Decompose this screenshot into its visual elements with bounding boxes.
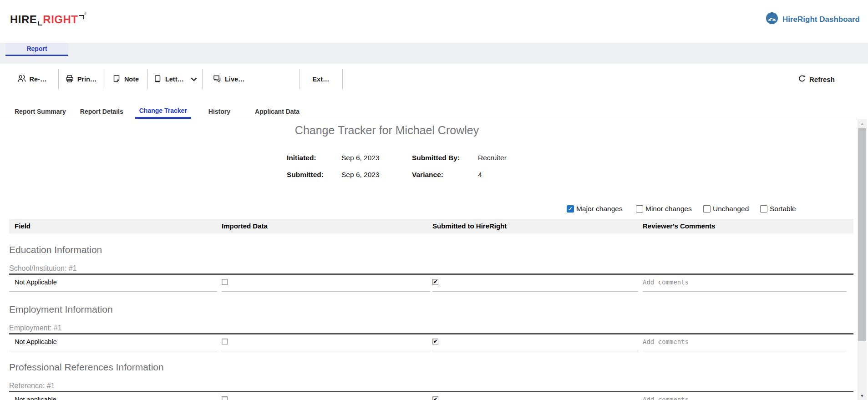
cell-underline	[432, 291, 638, 292]
note-icon	[112, 74, 121, 85]
cell-underline	[9, 291, 217, 292]
submitted-value: Sep 6, 2023	[341, 171, 380, 179]
nav-tab-report[interactable]: Report	[5, 43, 68, 56]
scrollbar-thumb[interactable]	[858, 128, 866, 341]
registered-mark: ®	[84, 12, 87, 16]
imported-data-checkbox[interactable]	[222, 396, 228, 400]
section-divider	[9, 391, 853, 392]
submitted-label: Submitted:	[287, 171, 324, 179]
minor-changes-label: Minor changes	[645, 205, 692, 213]
subsection-heading: Employment: #1	[9, 324, 62, 332]
tab-history[interactable]: History	[204, 104, 234, 119]
filter-major-changes[interactable]: Major changes	[567, 205, 623, 213]
dashboard-link-label: HireRight Dashboard	[782, 15, 860, 24]
chevron-down-icon	[191, 76, 197, 83]
dashboard-gauge-icon	[766, 12, 778, 27]
major-changes-checkbox[interactable]	[567, 205, 574, 213]
row-field-label: Not applicable	[15, 396, 56, 400]
section-education: Education Information School/Institution…	[0, 244, 857, 304]
tab-change-tracker[interactable]: Change Tracker	[135, 104, 191, 119]
cell-underline	[432, 351, 638, 351]
imported-data-checkbox[interactable]	[222, 279, 228, 285]
comment-input[interactable]: Add comments	[643, 278, 689, 286]
live-button-label: Live…	[225, 76, 245, 83]
major-changes-label: Major changes	[576, 205, 623, 213]
section-employment: Employment Information Employment: #1 No…	[0, 304, 857, 364]
section-divider	[9, 333, 853, 334]
cell-underline	[9, 351, 217, 351]
printer-icon	[65, 74, 74, 85]
report-toolbar: Re-… Prin… Note Lett…	[5, 69, 343, 89]
submitted-checkbox[interactable]	[432, 339, 438, 344]
people-icon	[17, 74, 26, 85]
refresh-button[interactable]: Refresh	[798, 69, 835, 89]
submitted-checkbox[interactable]	[432, 279, 438, 285]
tab-report-details[interactable]: Report Details	[76, 104, 127, 119]
section-references: Professional References Information Refe…	[0, 362, 857, 400]
comment-input[interactable]: Add comments	[643, 338, 689, 345]
initiated-value: Sep 6, 2023	[341, 154, 380, 162]
column-comments: Reviewer's Comments	[643, 222, 715, 230]
submitted-by-label: Submitted By:	[412, 154, 460, 162]
letter-button[interactable]: Lett…	[148, 69, 203, 89]
minor-changes-checkbox[interactable]	[636, 205, 643, 213]
logo-text-hire: HIRE	[10, 13, 37, 25]
column-field: Field	[15, 222, 30, 230]
cell-underline	[222, 351, 430, 351]
letter-icon	[153, 74, 162, 85]
section-heading: Employment Information	[9, 304, 113, 315]
hireright-logo: HIRERIGHT®	[10, 12, 87, 26]
sortable-checkbox[interactable]	[760, 205, 767, 213]
page-title: Change Tracker for Michael Crowley	[0, 124, 774, 137]
initiated-label: Initiated:	[287, 154, 316, 162]
print-button[interactable]: Prin…	[59, 69, 103, 89]
nav-tab-report-label: Report	[26, 45, 47, 52]
top-header: HIRERIGHT® HireRight Dashboard	[0, 0, 868, 43]
hireright-dashboard-link[interactable]: HireRight Dashboard	[766, 12, 860, 27]
column-imported: Imported Data	[222, 222, 268, 230]
filter-sortable[interactable]: Sortable	[760, 205, 796, 213]
comment-input[interactable]: Add comments	[643, 396, 689, 400]
row-field-label: Not Applicable	[15, 278, 57, 286]
column-submitted: Submitted to HireRight	[432, 222, 507, 230]
tab-report-summary[interactable]: Report Summary	[10, 104, 70, 119]
change-tracker-panel: Change Tracker for Michael Crowley Initi…	[0, 119, 857, 400]
note-button[interactable]: Note	[103, 69, 148, 89]
submitted-by-value: Recruiter	[478, 154, 507, 162]
ext-button-label: Ext…	[312, 76, 329, 83]
note-button-label: Note	[124, 76, 139, 83]
vertical-scrollbar[interactable]: ▲ ▼	[858, 119, 867, 400]
cell-underline	[643, 351, 847, 351]
report-subtabs: Report Summary Report Details Change Tra…	[0, 104, 857, 119]
section-heading: Education Information	[9, 244, 102, 255]
scroll-up-arrow[interactable]: ▲	[858, 120, 867, 127]
print-button-label: Prin…	[77, 76, 97, 83]
unchanged-checkbox[interactable]	[703, 205, 711, 213]
logo-text-right: RIGHT	[43, 13, 78, 25]
section-heading: Professional References Information	[9, 362, 164, 373]
chat-icon	[213, 74, 222, 85]
letter-button-label: Lett…	[165, 76, 184, 83]
unchanged-label: Unchanged	[713, 205, 749, 213]
refresh-icon	[798, 75, 806, 84]
imported-data-checkbox[interactable]	[222, 339, 228, 344]
variance-value: 4	[478, 171, 482, 179]
live-button[interactable]: Live…	[203, 69, 299, 89]
refresh-button-label: Refresh	[809, 76, 835, 83]
filter-unchanged[interactable]: Unchanged	[703, 205, 749, 213]
table-header: Field Imported Data Submitted to HireRig…	[9, 219, 853, 233]
cell-underline	[222, 291, 430, 292]
nav-strip: Report	[0, 43, 868, 64]
reassign-button[interactable]: Re-…	[5, 69, 59, 89]
section-divider	[9, 273, 853, 275]
submitted-checkbox[interactable]	[432, 396, 438, 400]
ext-button[interactable]: Ext…	[299, 69, 343, 89]
subsection-heading: School/Institution: #1	[9, 264, 77, 273]
logo-bracket-right	[79, 15, 84, 19]
reassign-button-label: Re-…	[30, 76, 47, 83]
variance-label: Variance:	[412, 171, 443, 179]
tab-applicant-data[interactable]: Applicant Data	[251, 104, 304, 119]
subsection-heading: Reference: #1	[9, 382, 55, 390]
filter-minor-changes[interactable]: Minor changes	[636, 205, 692, 213]
scroll-down-arrow[interactable]: ▼	[858, 392, 867, 400]
